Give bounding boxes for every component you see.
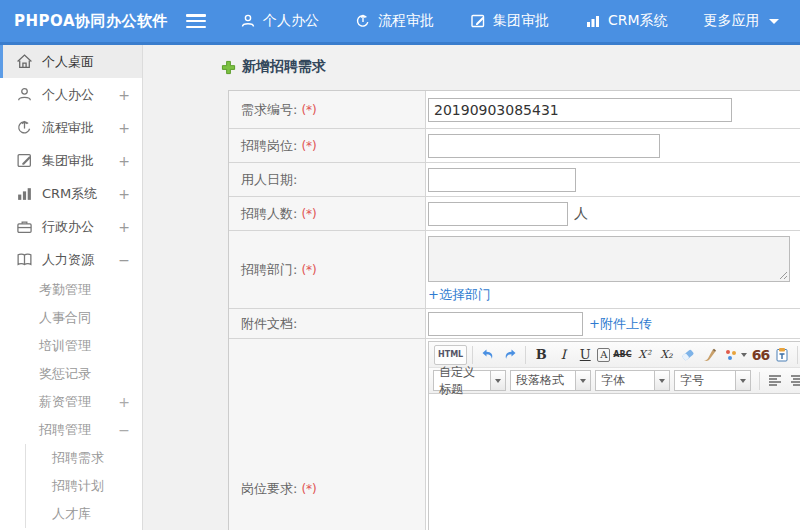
format-brush-icon[interactable] <box>700 345 720 365</box>
resize-handle-icon[interactable] <box>779 271 788 280</box>
top-nav: 个人办公 流程审批 集团审批 CRM系统 更多应用 <box>240 12 779 30</box>
caret-down-icon[interactable] <box>491 370 506 391</box>
topnav-personal-office[interactable]: 个人办公 <box>240 12 319 30</box>
sidebar-item-label: 行政办公 <box>42 218 94 236</box>
plus-icon <box>221 60 236 75</box>
demand-no-input[interactable] <box>428 98 732 122</box>
blockquote-button[interactable]: 66 <box>750 345 770 365</box>
position-input[interactable] <box>428 134 660 158</box>
menu-toggle-icon[interactable] <box>186 14 206 28</box>
home-icon <box>16 53 33 70</box>
topnav-workflow-approval[interactable]: 流程审批 <box>355 12 434 30</box>
expand-icon[interactable]: + <box>118 120 130 136</box>
caret-down-icon[interactable] <box>736 370 751 391</box>
sidebar-item-group-approval[interactable]: 集团审批 + <box>0 144 142 177</box>
sidebar-item-admin-office[interactable]: 行政办公 + <box>0 210 142 243</box>
eraser-icon[interactable] <box>678 345 698 365</box>
form-row-attachment: 附件文档: +附件上传 <box>229 309 800 339</box>
char-border-button[interactable]: A <box>597 348 610 362</box>
sidebar-item-label: 人事合同 <box>39 309 91 327</box>
attachment-input[interactable] <box>428 312 583 336</box>
italic-button[interactable]: I <box>553 345 573 365</box>
align-left-icon[interactable] <box>765 371 785 391</box>
topnav-more-apps[interactable]: 更多应用 <box>704 12 779 30</box>
expand-icon[interactable]: + <box>118 87 130 103</box>
strikethrough-button[interactable]: ABC <box>612 345 632 365</box>
paste-icon[interactable] <box>772 345 792 365</box>
upload-attachment-link[interactable]: +附件上传 <box>589 315 652 333</box>
form-row-hire-date: 用人日期: <box>229 163 800 197</box>
sidebar-item-label: 奖惩记录 <box>39 365 91 383</box>
sidebar-item-recruit-demand[interactable]: 招聘需求 <box>26 444 142 472</box>
book-icon <box>16 251 33 268</box>
superscript-button[interactable]: X² <box>634 345 654 365</box>
recruit-demand-form: 需求编号: (*) 招聘岗位: (*) 用人日期: <box>228 90 800 530</box>
caret-down-icon[interactable] <box>655 370 670 391</box>
bold-button[interactable]: B <box>531 345 551 365</box>
collapse-icon[interactable]: − <box>118 252 130 268</box>
edit-square-icon <box>470 13 486 29</box>
caret-down-icon <box>741 353 747 357</box>
sidebar-item-recruit-plan[interactable]: 招聘计划 <box>26 472 142 500</box>
align-center-icon[interactable] <box>787 371 800 391</box>
field-label: 用人日期: <box>241 171 297 189</box>
user-icon <box>240 13 256 29</box>
sidebar-item-personal-office[interactable]: 个人办公 + <box>0 78 142 111</box>
custom-title-dropdown[interactable]: 自定义标题 <box>433 370 506 391</box>
edit-square-icon <box>16 152 33 169</box>
required-marker: (*) <box>301 207 316 221</box>
expand-icon[interactable]: + <box>118 219 130 235</box>
expand-icon[interactable]: + <box>118 394 130 410</box>
required-marker: (*) <box>301 103 316 117</box>
sidebar-item-talent-pool[interactable]: 人才库 <box>26 500 142 528</box>
sidebar-item-label: 薪资管理 <box>39 393 91 411</box>
user-icon <box>16 86 33 103</box>
undo-icon[interactable] <box>478 345 498 365</box>
department-textarea[interactable] <box>428 236 790 282</box>
collapse-icon[interactable]: − <box>118 422 130 438</box>
required-marker: (*) <box>301 263 316 277</box>
field-label: 附件文档: <box>241 315 297 333</box>
sidebar-item-hr-contract[interactable]: 人事合同 <box>0 304 142 332</box>
topnav-group-approval[interactable]: 集团审批 <box>470 12 549 30</box>
font-family-dropdown[interactable]: 字体 <box>595 370 670 391</box>
sidebar-item-crm[interactable]: CRM系统 + <box>0 177 142 210</box>
expand-icon[interactable]: + <box>118 186 130 202</box>
form-row-position: 招聘岗位: (*) <box>229 129 800 163</box>
bar-chart-icon <box>585 13 601 29</box>
redo-icon[interactable] <box>500 345 520 365</box>
form-row-requirements: 岗位要求: (*) HTML B I U <box>229 339 800 530</box>
sidebar-item-label: CRM系统 <box>42 185 97 203</box>
editor-content-area[interactable] <box>429 395 800 530</box>
sidebar-item-label: 人力资源 <box>42 251 94 269</box>
sidebar-item-attendance[interactable]: 考勤管理 <box>0 276 142 304</box>
topnav-crm[interactable]: CRM系统 <box>585 12 668 30</box>
caret-down-icon[interactable] <box>576 370 591 391</box>
sidebar-item-label: 流程审批 <box>42 119 94 137</box>
underline-button[interactable]: U <box>575 345 595 365</box>
sidebar-item-rewards[interactable]: 奖惩记录 <box>0 360 142 388</box>
paragraph-format-dropdown[interactable]: 段落格式 <box>510 370 591 391</box>
sidebar-item-label: 招聘计划 <box>52 477 104 495</box>
sidebar-item-recruit-mgmt[interactable]: 招聘管理 − <box>0 416 142 444</box>
expand-icon[interactable]: + <box>118 153 130 169</box>
select-department-link[interactable]: +选择部门 <box>428 286 491 304</box>
sidebar-recruit-submenu: 招聘需求 招聘计划 人才库 <box>25 444 142 528</box>
caret-down-icon <box>769 19 779 24</box>
sidebar-item-hr[interactable]: 人力资源 − <box>0 243 142 276</box>
topnav-label: 流程审批 <box>378 12 434 30</box>
sidebar-item-salary[interactable]: 薪资管理 + <box>0 388 142 416</box>
sidebar-item-personal-desktop[interactable]: 个人桌面 <box>0 45 142 78</box>
sidebar-item-label: 集团审批 <box>42 152 94 170</box>
hire-date-input[interactable] <box>428 168 576 192</box>
page-title: 新增招聘需求 <box>221 58 326 76</box>
font-size-dropdown[interactable]: 字号 <box>674 370 751 391</box>
topnav-label: CRM系统 <box>608 12 668 30</box>
headcount-input[interactable] <box>428 202 568 226</box>
topnav-label: 个人办公 <box>263 12 319 30</box>
sidebar-item-training[interactable]: 培训管理 <box>0 332 142 360</box>
auto-typeset-icon[interactable] <box>722 345 748 365</box>
subscript-button[interactable]: X₂ <box>656 345 676 365</box>
source-code-button[interactable]: HTML <box>434 345 467 365</box>
sidebar-item-workflow-approval[interactable]: 流程审批 + <box>0 111 142 144</box>
